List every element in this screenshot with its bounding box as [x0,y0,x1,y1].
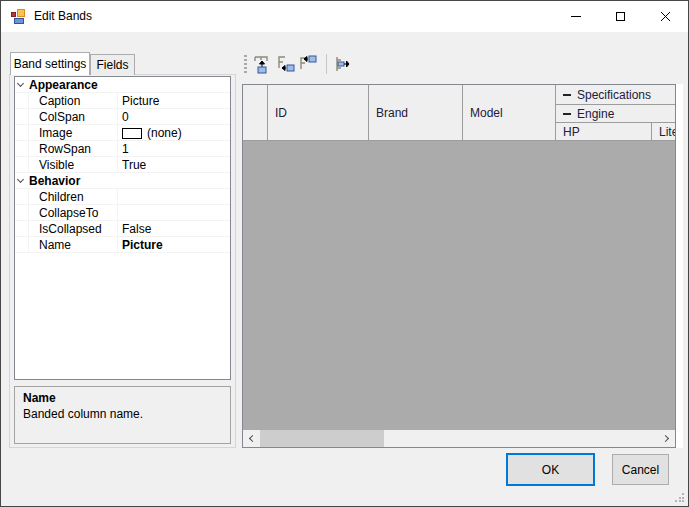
titlebar[interactable]: Edit Bands [1,1,688,32]
close-icon [660,11,671,22]
grid-data-area [243,141,675,430]
collapse-band-icon[interactable] [563,113,571,115]
window-title: Edit Bands [34,1,92,32]
property-label: Visible [29,157,118,172]
property-label: Children [29,189,118,204]
image-value-text: (none) [147,126,182,140]
maximize-button[interactable] [598,1,643,32]
property-row-iscollapsed[interactable]: IsCollapsed False [15,221,230,237]
property-value[interactable]: Picture [118,237,230,252]
property-row-visible[interactable]: Visible True [15,157,230,173]
column-header-model[interactable]: Model [463,85,556,141]
app-icon [11,9,27,25]
column-header-id[interactable]: ID [268,85,369,141]
bands-toolbar [242,48,676,81]
add-column-icon [333,54,353,74]
description-title: Name [23,391,222,405]
property-row-children[interactable]: Children [15,189,230,205]
chevron-down-icon[interactable] [17,176,24,183]
ok-button[interactable]: OK [506,453,595,486]
insert-band-after-button[interactable] [295,52,318,76]
edit-bands-dialog: Edit Bands Band settings Fields Appearan… [0,0,689,507]
scroll-left-button[interactable] [243,430,260,447]
property-value[interactable] [118,189,230,204]
collapse-band-icon[interactable] [563,94,571,96]
row-indicator-header [243,85,268,141]
image-swatch [122,128,142,139]
minimize-button[interactable] [553,1,598,32]
column-header-liters[interactable]: Liters [652,123,676,141]
cancel-button[interactable]: Cancel [612,454,669,485]
property-label: CollapseTo [29,205,118,220]
chevron-down-icon[interactable] [17,80,24,87]
property-label: Image [29,125,118,140]
band-header-specifications[interactable]: Specifications [556,85,676,105]
property-label: IsCollapsed [29,221,118,236]
property-label: ColSpan [29,109,118,124]
minimize-icon [571,16,581,17]
tab-band-settings[interactable]: Band settings [10,52,90,75]
chevron-right-icon [662,435,669,442]
insert-band-after-icon [297,54,317,74]
category-behavior[interactable]: Behavior [15,173,230,189]
property-value[interactable]: 0 [118,109,230,124]
band-header-engine[interactable]: Engine [556,105,676,123]
add-column-button[interactable] [331,52,354,76]
property-label: RowSpan [29,141,118,156]
toolbar-grip[interactable] [244,55,247,75]
insert-band-before-button[interactable] [273,52,296,76]
resize-grip[interactable] [675,493,684,502]
toolbar-separator [326,54,327,74]
horizontal-scrollbar[interactable] [243,430,675,447]
property-value[interactable] [118,205,230,220]
property-row-colspan[interactable]: ColSpan 0 [15,109,230,125]
scrollbar-thumb[interactable] [260,430,384,447]
category-label: Behavior [29,173,80,188]
property-value[interactable]: 1 [118,141,230,156]
property-value[interactable]: Picture [118,93,230,108]
property-row-name[interactable]: Name Picture [15,237,230,253]
property-row-collapseto[interactable]: CollapseTo [15,205,230,221]
chevron-left-icon [249,435,256,442]
property-label: Caption [29,93,118,108]
category-appearance[interactable]: Appearance [15,77,230,93]
property-row-rowspan[interactable]: RowSpan 1 [15,141,230,157]
insert-band-before-icon [275,54,295,74]
column-header-hp[interactable]: HP [556,123,652,141]
bands-grid-preview[interactable]: ID Brand Model Specifications Engine HP … [242,84,676,448]
maximize-icon [616,12,625,21]
property-description-box: Name Banded column name. [14,386,231,444]
add-child-band-icon [252,54,272,74]
column-header-brand[interactable]: Brand [369,85,463,141]
property-value[interactable]: (none) [118,125,230,140]
property-label: Name [29,237,118,252]
property-grid[interactable]: Appearance Caption Picture ColSpan 0 Ima… [14,76,231,380]
property-value[interactable]: False [118,221,230,236]
description-text: Banded column name. [23,407,222,421]
grid-right-margin [676,84,683,448]
close-button[interactable] [643,1,688,32]
category-label: Appearance [29,77,98,92]
property-row-image[interactable]: Image (none) [15,125,230,141]
tab-fields[interactable]: Fields [90,54,135,75]
property-value[interactable]: True [118,157,230,172]
property-row-caption[interactable]: Caption Picture [15,93,230,109]
add-child-band-button[interactable] [250,52,273,76]
scroll-right-button[interactable] [658,430,675,447]
